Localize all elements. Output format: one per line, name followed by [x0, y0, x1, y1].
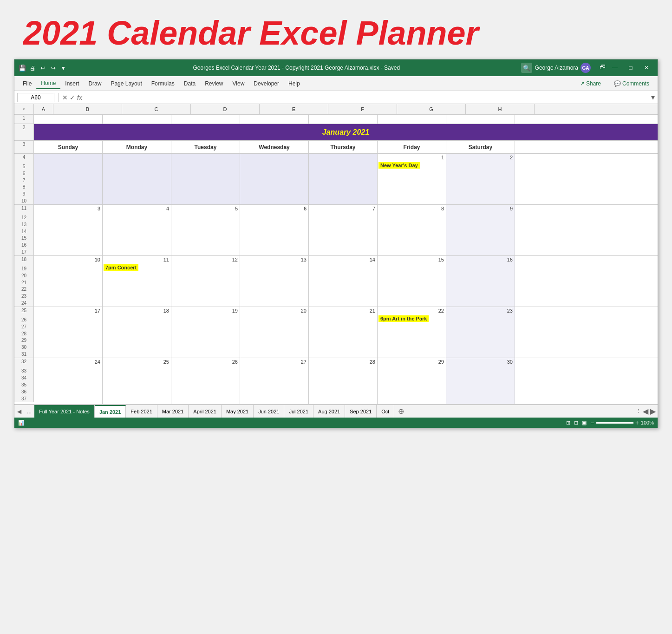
redo-icon[interactable]: ↪	[49, 64, 57, 72]
week3-mon-jan11[interactable]: 11 7pm Concert	[103, 256, 171, 307]
tab-feb-2021[interactable]: Feb 2021	[126, 405, 157, 418]
tab-may-2021[interactable]: May 2021	[222, 405, 254, 418]
cell-1b[interactable]	[34, 115, 103, 124]
week3-fri[interactable]: 15	[378, 256, 446, 307]
week4-mon[interactable]: 18	[103, 307, 171, 358]
formula-input[interactable]	[84, 93, 649, 102]
tab-draw[interactable]: Draw	[84, 78, 106, 89]
week4-wed[interactable]: 20	[240, 307, 309, 358]
week5-fri[interactable]: 29	[378, 358, 446, 404]
tab-home[interactable]: Home	[36, 78, 60, 89]
cell-1c[interactable]	[103, 115, 171, 124]
save-icon[interactable]: 💾	[18, 64, 26, 72]
week4-tue[interactable]: 19	[171, 307, 240, 358]
week1-wed[interactable]	[240, 154, 309, 204]
tab-jun-2021[interactable]: Jun 2021	[254, 405, 284, 418]
tab-full-year[interactable]: Full Year 2021 - Notes	[34, 405, 95, 418]
tab-sep-2021[interactable]: Sep 2021	[345, 405, 377, 418]
week5-tue[interactable]: 26	[171, 358, 240, 404]
col-header-h[interactable]: H	[466, 104, 535, 114]
week5-thu[interactable]: 28	[309, 358, 378, 404]
more-icon[interactable]: ▾	[59, 64, 67, 72]
add-sheet-button[interactable]: ⊕	[394, 407, 408, 416]
restore-icon[interactable]: 🗗	[598, 63, 607, 71]
tab-page-layout[interactable]: Page Layout	[106, 78, 146, 89]
week2-sun[interactable]: 3	[34, 205, 103, 255]
share-button[interactable]: ↗ Share	[575, 79, 606, 88]
week1-fri-jan1[interactable]: 1 New Year's Day	[378, 154, 446, 204]
cell-1d[interactable]	[171, 115, 240, 124]
cell-reference[interactable]	[17, 93, 54, 102]
cell-1f[interactable]	[309, 115, 378, 124]
minimize-button[interactable]: —	[607, 63, 622, 73]
col-header-d[interactable]: D	[191, 104, 260, 114]
formula-dropdown-icon[interactable]: ▾	[651, 93, 655, 102]
search-icon[interactable]: 🔍	[521, 63, 532, 73]
week1-sat-jan2[interactable]: 2	[446, 154, 515, 204]
week3-sun[interactable]: 10	[34, 256, 103, 307]
tab-more-icon[interactable]: ⋮	[636, 408, 641, 414]
week1-mon[interactable]	[103, 154, 171, 204]
close-button[interactable]: ✕	[639, 63, 654, 73]
week4-thu[interactable]: 21	[309, 307, 378, 358]
zoom-minus-button[interactable]: −	[590, 419, 594, 426]
tab-data[interactable]: Data	[179, 78, 200, 89]
view-layout-icon[interactable]: ⊡	[574, 420, 578, 426]
tab-insert[interactable]: Insert	[60, 78, 84, 89]
zoom-slider[interactable]	[596, 422, 633, 424]
tab-help[interactable]: Help	[284, 78, 305, 89]
week5-wed[interactable]: 27	[240, 358, 309, 404]
col-header-g[interactable]: G	[397, 104, 466, 114]
view-page-icon[interactable]: ▣	[582, 420, 587, 426]
week2-thu[interactable]: 7	[309, 205, 378, 255]
tab-developer[interactable]: Developer	[249, 78, 284, 89]
tab-april-2021[interactable]: April 2021	[189, 405, 222, 418]
tab-jan-2021[interactable]: Jan 2021	[95, 405, 126, 418]
week2-mon[interactable]: 4	[103, 205, 171, 255]
tab-scroll-left[interactable]: ◀	[643, 407, 648, 416]
col-header-f[interactable]: F	[328, 104, 397, 114]
tab-jul-2021[interactable]: Jul 2021	[284, 405, 313, 418]
week5-sun[interactable]: 24	[34, 358, 103, 404]
col-header-a[interactable]: A	[34, 104, 53, 114]
tab-aug-2021[interactable]: Aug 2021	[313, 405, 345, 418]
maximize-button[interactable]: □	[623, 63, 638, 73]
tab-nav-dots[interactable]: ...	[24, 408, 34, 415]
cell-1e[interactable]	[240, 115, 309, 124]
zoom-plus-button[interactable]: +	[635, 419, 639, 426]
col-header-e[interactable]: E	[260, 104, 328, 114]
week1-sun[interactable]	[34, 154, 103, 204]
tab-formulas[interactable]: Formulas	[147, 78, 179, 89]
formula-fx-icon[interactable]: fx	[77, 94, 82, 101]
comments-button[interactable]: 💬 Comments	[609, 79, 654, 88]
week3-sat[interactable]: 16	[446, 256, 515, 307]
cell-1g[interactable]	[378, 115, 446, 124]
formula-check-icon[interactable]: ✓	[70, 94, 75, 101]
col-header-b[interactable]: B	[53, 104, 122, 114]
week5-sat[interactable]: 30	[446, 358, 515, 404]
save2-icon[interactable]: 🖨	[28, 64, 37, 72]
cell-1h[interactable]	[446, 115, 515, 124]
view-normal-icon[interactable]: ⊞	[566, 420, 570, 426]
undo-icon[interactable]: ↩	[39, 64, 47, 72]
week3-thu[interactable]: 14	[309, 256, 378, 307]
week1-tue[interactable]	[171, 154, 240, 204]
week1-thu[interactable]	[309, 154, 378, 204]
week2-fri[interactable]: 8	[378, 205, 446, 255]
tab-oct-2021[interactable]: Oct	[377, 405, 394, 418]
week3-wed[interactable]: 13	[240, 256, 309, 307]
week2-wed[interactable]: 6	[240, 205, 309, 255]
week4-sun[interactable]: 17	[34, 307, 103, 358]
tab-mar-2021[interactable]: Mar 2021	[157, 405, 189, 418]
week2-tue[interactable]: 5	[171, 205, 240, 255]
week4-sat[interactable]: 23	[446, 307, 515, 358]
formula-x-icon[interactable]: ✕	[62, 94, 68, 101]
col-header-c[interactable]: C	[122, 104, 191, 114]
week4-fri-jan22[interactable]: 22 6pm Art in the Park	[378, 307, 446, 358]
week2-sat[interactable]: 9	[446, 205, 515, 255]
week3-tue[interactable]: 12	[171, 256, 240, 307]
tab-file[interactable]: File	[18, 78, 36, 89]
tab-review[interactable]: Review	[200, 78, 228, 89]
tab-view[interactable]: View	[228, 78, 249, 89]
tab-nav-left[interactable]: ◀	[14, 408, 24, 415]
